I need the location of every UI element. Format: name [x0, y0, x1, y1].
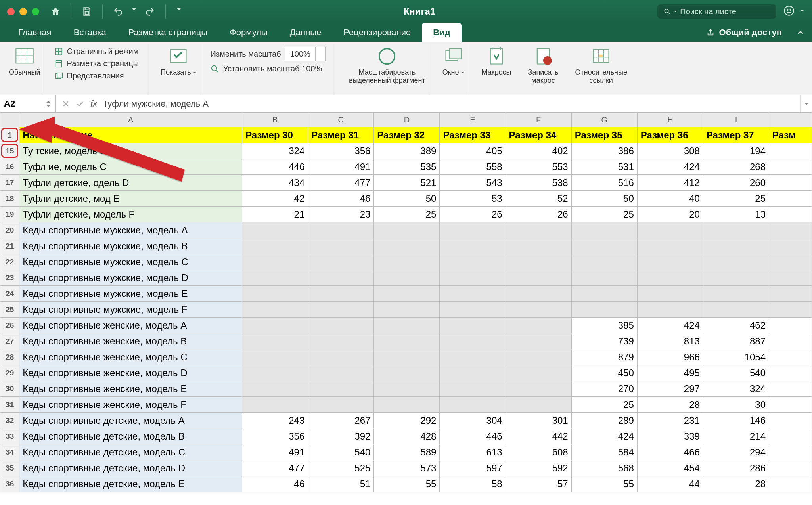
cell[interactable]: 491 [242, 444, 308, 460]
cell[interactable]: 428 [374, 428, 440, 444]
view-normal-button[interactable]: Обычный [6, 44, 44, 95]
cell[interactable]: 46 [308, 191, 374, 207]
cell[interactable]: Кеды спортивные женские, модель C [19, 349, 242, 365]
zoom-selection-button[interactable]: Масштабировать выделенный фрагмент [346, 44, 429, 95]
cell[interactable]: 538 [506, 175, 571, 191]
cell[interactable] [769, 397, 812, 413]
cell[interactable] [242, 222, 308, 238]
cell[interactable]: 386 [571, 143, 637, 159]
cell[interactable] [769, 254, 812, 270]
cell[interactable] [242, 302, 308, 318]
undo-icon[interactable] [113, 6, 123, 17]
row-header-1[interactable]: 1 [0, 127, 19, 143]
cell[interactable] [374, 365, 440, 381]
zoom-100-button[interactable]: Установить масштаб 100% [211, 64, 326, 73]
cell[interactable]: 28 [637, 397, 703, 413]
cell[interactable]: Туфли детские, модель F [19, 207, 242, 222]
cell[interactable] [374, 381, 440, 397]
cell[interactable] [703, 286, 769, 302]
cell[interactable]: 25 [571, 397, 637, 413]
cell[interactable] [506, 397, 571, 413]
cell[interactable]: 1054 [703, 349, 769, 365]
cell[interactable] [506, 365, 571, 381]
cell[interactable] [374, 397, 440, 413]
cell[interactable] [703, 254, 769, 270]
cell[interactable]: 446 [242, 159, 308, 175]
table-row[interactable]: 19Туфли детские, модель F212325262625201… [0, 207, 812, 222]
cell[interactable] [440, 254, 506, 270]
cell[interactable]: 402 [506, 143, 571, 159]
cell[interactable]: 392 [308, 428, 374, 444]
col-header-G[interactable]: G [571, 113, 637, 127]
cell[interactable]: Кеды спортивные женские, модель A [19, 318, 242, 333]
feedback-icon[interactable] [783, 5, 795, 18]
cell[interactable] [308, 238, 374, 254]
cell[interactable] [374, 333, 440, 349]
cell[interactable] [769, 476, 812, 492]
name-box[interactable]: A2 [0, 95, 56, 112]
cell[interactable] [374, 318, 440, 333]
cell[interactable] [308, 381, 374, 397]
cell[interactable] [242, 254, 308, 270]
cell[interactable]: 424 [637, 318, 703, 333]
col-header-H[interactable]: H [637, 113, 703, 127]
cell[interactable] [769, 381, 812, 397]
cell[interactable] [440, 238, 506, 254]
cell[interactable]: 558 [440, 159, 506, 175]
row-header[interactable]: 21 [0, 238, 19, 254]
confirm-icon[interactable] [76, 100, 84, 108]
spin-down-icon[interactable] [46, 104, 51, 108]
tab-insert[interactable]: Вставка [63, 23, 117, 42]
table-row[interactable]: 26Кеды спортивные женские, модель A38542… [0, 318, 812, 333]
cell[interactable]: 592 [506, 460, 571, 476]
cell[interactable]: 535 [374, 159, 440, 175]
cell[interactable]: Кеды спортивные детские, модель B [19, 428, 242, 444]
close-window-icon[interactable] [7, 8, 15, 15]
cell[interactable] [308, 302, 374, 318]
row-header[interactable]: 29 [0, 365, 19, 381]
cell[interactable] [769, 222, 812, 238]
cell[interactable]: 466 [637, 444, 703, 460]
page-layout-view-button[interactable]: Разметка страницы [54, 59, 139, 68]
cell[interactable]: 40 [637, 191, 703, 207]
expand-formula-bar-icon[interactable] [800, 95, 812, 112]
row-header[interactable]: 17 [0, 175, 19, 191]
collapse-ribbon-button[interactable] [789, 23, 812, 42]
cell[interactable]: 146 [703, 413, 769, 428]
cell[interactable] [769, 460, 812, 476]
cell[interactable] [769, 207, 812, 222]
cell[interactable]: Разм [769, 127, 812, 143]
cell[interactable]: 58 [440, 476, 506, 492]
cell[interactable] [308, 270, 374, 286]
cell[interactable] [703, 302, 769, 318]
cell[interactable] [769, 302, 812, 318]
cell[interactable] [440, 381, 506, 397]
cell[interactable] [769, 159, 812, 175]
cell[interactable]: Размер 34 [506, 127, 571, 143]
cell[interactable] [374, 286, 440, 302]
cell[interactable] [703, 238, 769, 254]
spreadsheet-grid[interactable]: A B C D E F G H I 1 Наименование Размер … [0, 113, 812, 505]
cell[interactable] [769, 428, 812, 444]
cell[interactable]: Кеды спортивные детские, модель D [19, 460, 242, 476]
table-row[interactable]: 22Кеды спортивные мужские, модель C [0, 254, 812, 270]
row-header[interactable]: 32 [0, 413, 19, 428]
cell[interactable] [308, 318, 374, 333]
table-row[interactable]: 30Кеды спортивные женские, модель E27029… [0, 381, 812, 397]
cell[interactable]: Кеды спортивные детские, модель A [19, 413, 242, 428]
cell[interactable]: 491 [308, 159, 374, 175]
cell[interactable] [506, 333, 571, 349]
cell[interactable]: 966 [637, 349, 703, 365]
cell[interactable]: 608 [506, 444, 571, 460]
cell[interactable]: 531 [571, 159, 637, 175]
cell[interactable] [440, 365, 506, 381]
cell[interactable] [440, 222, 506, 238]
redo-icon[interactable] [145, 6, 155, 17]
cell[interactable]: 25 [571, 207, 637, 222]
cell[interactable] [506, 286, 571, 302]
tab-view[interactable]: Вид [422, 23, 461, 42]
cell[interactable]: 356 [308, 143, 374, 159]
cell[interactable]: Размер 36 [637, 127, 703, 143]
row-header[interactable]: 19 [0, 207, 19, 222]
cell[interactable] [769, 365, 812, 381]
